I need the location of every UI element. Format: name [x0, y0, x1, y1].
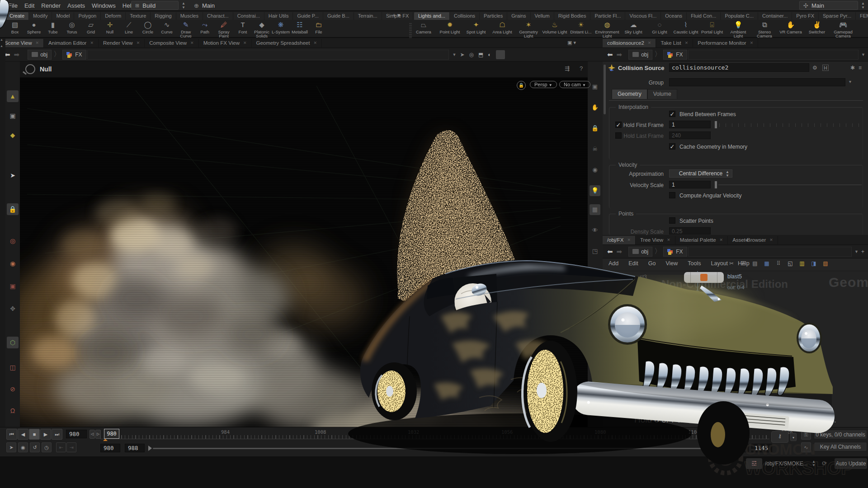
display-icon-2[interactable]: ▥	[797, 260, 807, 268]
path-input[interactable]	[688, 247, 852, 257]
angular-checkbox[interactable]	[669, 192, 675, 198]
desktop-main-combo[interactable]: ⊕ Main	[190, 1, 258, 10]
shelf-tool[interactable]: ✋VR Camera	[778, 20, 804, 38]
display-toggle-icon[interactable]: ◬	[590, 397, 600, 408]
shelf-tool[interactable]: ▧Box	[5, 20, 24, 38]
path-dropdown-icon[interactable]: ▼	[861, 52, 865, 57]
lock-param-icon[interactable]: ✱	[850, 65, 855, 71]
network-menu-item[interactable]: Add	[604, 260, 623, 267]
gear-icon[interactable]: ⚙	[812, 65, 817, 71]
display-toggle-icon[interactable]: 💡	[590, 185, 600, 196]
display-toggle-icon[interactable]: ⊕	[590, 357, 600, 368]
shelf-add-tab[interactable]: + ▾	[390, 11, 403, 20]
shelf-tool[interactable]: ❋L-System	[271, 20, 290, 38]
pin-icon[interactable]: ➤	[460, 52, 464, 58]
shelf-tab[interactable]: Guide B...	[323, 12, 354, 20]
close-tab-icon[interactable]: ✕	[313, 41, 317, 45]
go-end-button[interactable]: ⏭	[52, 429, 62, 440]
display-toggle-icon[interactable]: ▣	[590, 81, 600, 92]
display-icon-1[interactable]: ◱	[785, 260, 795, 268]
node-blast5[interactable]	[684, 272, 724, 283]
shelf-tab[interactable]: Oceans	[661, 12, 687, 20]
shelf-tool[interactable]: ◎Torus	[62, 20, 81, 38]
pane-tab[interactable]: Performance Monitor✕	[693, 39, 758, 47]
display-toggle-icon[interactable]: 🔒	[590, 123, 600, 134]
forward-arrow-icon[interactable]: ➡	[617, 51, 623, 59]
shelf-tool[interactable]: ⟋Line	[119, 20, 138, 38]
display-toggle-icon[interactable]: 👁	[590, 225, 600, 236]
display-toggle-icon[interactable]: ◳	[590, 246, 600, 257]
shelf-tool[interactable]: ⤳Path	[195, 20, 214, 38]
close-tab-icon[interactable]: ✕	[648, 41, 651, 45]
close-tab-icon[interactable]: ✕	[190, 41, 194, 45]
shelf-tool[interactable]: ◯Circle	[138, 20, 157, 38]
cube-display-icon[interactable]: ⬒	[478, 52, 483, 58]
shelf-tab[interactable]: Particles	[480, 12, 507, 20]
group-field[interactable]	[669, 78, 845, 86]
more-icon[interactable]: ≡	[859, 65, 862, 71]
hold-first-slider[interactable]	[715, 121, 862, 128]
realtime-button[interactable]: ◷	[42, 442, 52, 452]
display-toggle-icon[interactable]: ✋	[590, 102, 600, 113]
range-handle-left[interactable]	[148, 446, 152, 451]
toolbar-icon[interactable]: ✥	[7, 303, 19, 314]
close-tab-icon[interactable]: ✕	[243, 41, 247, 45]
shelf-tool[interactable]: ✶Geometry Light	[515, 20, 542, 38]
shelf-tool[interactable]: ☁Sky Light	[620, 20, 646, 38]
loop-button[interactable]: ↺	[30, 442, 40, 452]
group-title[interactable]: Velocity	[616, 162, 640, 168]
shelf-tab[interactable]: Sparse Pyr...	[819, 12, 856, 20]
back-arrow-icon[interactable]: ⬅	[607, 51, 613, 59]
shelf-tab[interactable]: Container...	[758, 12, 792, 20]
sphere-display-icon[interactable]: ◐	[488, 52, 491, 58]
blend-checkbox[interactable]: ✓	[669, 111, 675, 117]
group-menu-icon[interactable]: ▾	[849, 79, 851, 84]
shelf-tool[interactable]: 🎮Gamepad Camera	[830, 20, 856, 38]
shelf-tool[interactable]: 💡Ambient Light	[725, 20, 751, 38]
display-toggle-icon[interactable]: ¹²	[590, 329, 600, 340]
pane-tab[interactable]: Composite View✕	[145, 39, 198, 47]
shelf-tab[interactable]: Rigging	[151, 12, 176, 20]
shelf-tab[interactable]: Texture	[126, 12, 151, 20]
menu-item[interactable]: Windows	[92, 2, 116, 9]
playhead[interactable]: 980	[104, 429, 119, 439]
shelf-tool[interactable]: ✹Point Light	[437, 20, 463, 38]
pane-tab[interactable]: Take List✕	[656, 39, 693, 47]
lock-icon[interactable]: 🔒	[517, 81, 526, 90]
shelf-tab[interactable]: FEM	[856, 12, 868, 20]
back-arrow-icon[interactable]: ⬅	[607, 248, 613, 256]
toolbar-icon[interactable]: ◫	[7, 361, 19, 373]
node-name-field[interactable]: collisionsource2	[669, 63, 809, 72]
shelf-tab[interactable]: Charact...	[203, 12, 233, 20]
approximation-dropdown[interactable]: Central Difference	[669, 169, 732, 178]
shelf-tool[interactable]: ▱Grid	[81, 20, 100, 38]
display-toggle-icon[interactable]: ✎	[590, 308, 600, 319]
hold-last-field[interactable]: 240	[669, 131, 711, 139]
shelf-tool[interactable]: ∿Curve	[157, 20, 176, 38]
timeline[interactable]: 984100810321056108011041128 980	[100, 429, 769, 440]
toolbar-icon[interactable]: ➤	[7, 169, 19, 181]
playbar-options-button[interactable]: ➤	[6, 442, 16, 452]
toolbar-icon[interactable]: ▲	[7, 90, 19, 102]
viewport-canvas[interactable]	[20, 78, 588, 427]
shelf-tab[interactable]: Hair Utils	[264, 12, 293, 20]
menu-item[interactable]: Assets	[67, 2, 85, 9]
display-toggle-icon[interactable]: ☠	[590, 144, 600, 155]
toolbar-icon[interactable]: ◆	[7, 129, 19, 141]
shelf-tool[interactable]: ✛Null	[100, 20, 119, 38]
next-key-button[interactable]: ⇥	[66, 442, 76, 452]
shelf-tool[interactable]: ✎Draw Curve	[176, 20, 195, 38]
shelf-tab[interactable]: Muscles	[176, 12, 203, 20]
shelf-tab[interactable]: Deform	[101, 12, 126, 20]
shelf-tool[interactable]: ●Sphere	[24, 20, 43, 38]
network-canvas[interactable]: Non-Commercial Edition Geometry st3 blas…	[603, 271, 868, 427]
shelf-tab[interactable]: Polygon	[74, 12, 101, 20]
tab-geometry[interactable]: Geometry	[612, 89, 647, 99]
shelf-tool[interactable]: ⌻Portal Light	[699, 20, 725, 38]
close-tab-icon[interactable]: ✕	[90, 41, 94, 45]
density-field[interactable]: 0.25	[669, 227, 711, 235]
close-tab-icon[interactable]: ✕	[137, 41, 140, 45]
toolbar-icon[interactable]: ▣	[7, 110, 19, 122]
shelf-tool[interactable]: ☷Metaball	[290, 20, 309, 38]
shelf-tool[interactable]: TFont	[233, 20, 252, 38]
